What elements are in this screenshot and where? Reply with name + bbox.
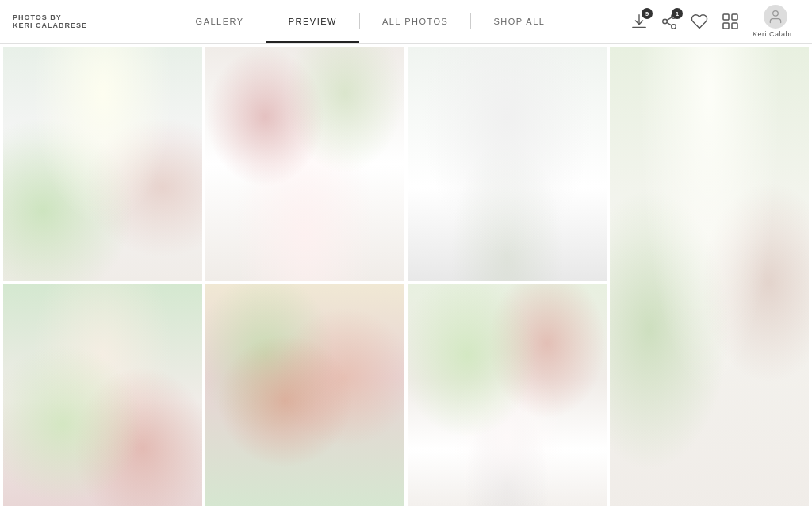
- nav-shop-all[interactable]: SHOP ALL: [471, 0, 567, 43]
- photo-5[interactable]: [3, 284, 202, 506]
- brand-logo[interactable]: PHOTOS BY KERI CALABRESE: [13, 13, 116, 29]
- photo-3[interactable]: [408, 47, 607, 281]
- cart-button[interactable]: [721, 12, 740, 31]
- share-button[interactable]: 1: [661, 13, 678, 30]
- photo-6-image: [205, 284, 404, 506]
- photo-1-image: [3, 47, 202, 281]
- svg-rect-5: [723, 14, 729, 20]
- svg-rect-8: [732, 23, 737, 29]
- header-actions: 9 1: [625, 5, 799, 38]
- photo-2-image: [205, 47, 404, 281]
- nav-gallery[interactable]: GALLERY: [174, 0, 266, 43]
- brand-line1: PHOTOS BY: [13, 13, 116, 21]
- svg-rect-7: [723, 23, 729, 29]
- download-button[interactable]: 9: [630, 13, 648, 30]
- photo-6[interactable]: [205, 284, 404, 506]
- main-nav: GALLERY PREVIEW ALL PHOTOS SHOP ALL: [116, 0, 625, 43]
- user-icon: [768, 9, 783, 25]
- photo-1[interactable]: [3, 47, 202, 281]
- svg-point-9: [773, 11, 779, 17]
- photo-4-image: [610, 47, 809, 506]
- user-name: Keri Calabr...: [753, 30, 799, 38]
- photo-7-image: [408, 284, 607, 506]
- brand-line2: KERI CALABRESE: [13, 21, 116, 29]
- nav-preview[interactable]: PREVIEW: [266, 0, 359, 43]
- photo-4[interactable]: [610, 47, 809, 506]
- svg-point-1: [663, 19, 668, 24]
- photo-5-image: [3, 284, 202, 506]
- photo-gallery: [0, 44, 812, 506]
- photo-2[interactable]: [205, 47, 404, 281]
- svg-line-3: [667, 22, 672, 25]
- avatar: [764, 5, 787, 29]
- photo-7[interactable]: [408, 284, 607, 506]
- user-profile[interactable]: Keri Calabr...: [753, 5, 799, 38]
- svg-line-4: [667, 17, 672, 21]
- svg-rect-6: [732, 14, 737, 20]
- heart-icon: [691, 13, 708, 30]
- nav-all-photos[interactable]: ALL PHOTOS: [360, 0, 470, 43]
- photo-3-image: [408, 47, 607, 281]
- cart-icon: [721, 12, 740, 31]
- svg-point-2: [672, 25, 676, 29]
- header: PHOTOS BY KERI CALABRESE GALLERY PREVIEW…: [0, 0, 812, 44]
- download-badge: 9: [642, 8, 653, 19]
- favorite-button[interactable]: [691, 13, 708, 30]
- share-badge: 1: [672, 8, 683, 19]
